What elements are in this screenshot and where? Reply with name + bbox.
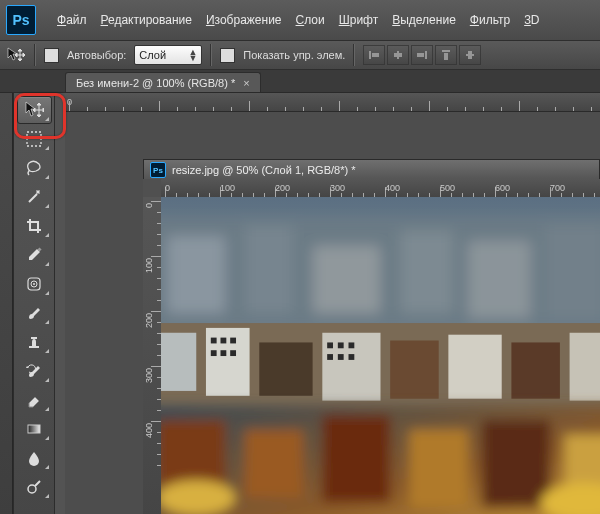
child-title-bar[interactable]: Ps resize.jpg @ 50% (Слой 1, RGB/8*) * (143, 159, 600, 181)
svg-rect-32 (245, 226, 293, 313)
healing-brush-tool[interactable] (17, 270, 52, 298)
child-canvas[interactable] (161, 197, 600, 514)
svg-rect-9 (444, 53, 448, 60)
menu-Слои[interactable]: Слои (289, 10, 332, 30)
ruler-tick-label: 200 (144, 313, 154, 328)
options-bar: Автовыбор: Слой ▲▼ Показать упр. элем. (0, 41, 600, 70)
svg-rect-25 (31, 337, 37, 339)
svg-rect-53 (338, 342, 344, 348)
svg-rect-44 (511, 342, 559, 398)
document-tab[interactable]: Без имени-2 @ 100% (RGB/8) * × (65, 72, 261, 92)
work-area: 0 Ps resize.jpg @ 50% (Слой 1, RGB/8*) *… (65, 93, 600, 514)
dodge-tool[interactable] (17, 473, 52, 501)
layer-dropdown[interactable]: Слой ▲▼ (134, 45, 202, 65)
app-logo-mini: Ps (150, 162, 166, 178)
child-document-window[interactable]: Ps resize.jpg @ 50% (Слой 1, RGB/8*) * 0… (143, 159, 600, 514)
flyout-indicator-icon (45, 320, 49, 324)
svg-rect-61 (322, 415, 390, 502)
child-document-title: resize.jpg @ 50% (Слой 1, RGB/8*) * (172, 164, 355, 176)
child-ruler-vertical[interactable]: 0100200300400 (143, 197, 162, 514)
marquee-tool[interactable] (17, 125, 52, 153)
history-brush-tool[interactable] (17, 357, 52, 385)
ruler-tick-label: 100 (144, 258, 154, 273)
ruler-tick-label: 400 (144, 423, 154, 438)
svg-rect-20 (37, 247, 41, 251)
svg-rect-57 (349, 354, 355, 360)
brush-tool[interactable] (17, 299, 52, 327)
autoselect-label: Автовыбор: (67, 49, 126, 61)
svg-rect-49 (211, 350, 217, 356)
menu-Изображение[interactable]: Изображение (199, 10, 289, 30)
stamp-tool[interactable] (17, 328, 52, 356)
ruler-tick-label: 700 (550, 183, 565, 193)
svg-rect-34 (400, 231, 453, 313)
menu-bar: Ps ФайлРедактированиеИзображениеСлоиШриф… (0, 0, 600, 41)
move-tool-icon (6, 46, 26, 64)
svg-rect-14 (27, 132, 41, 146)
autoselect-checkbox[interactable] (44, 48, 59, 63)
svg-rect-50 (221, 350, 227, 356)
align-button-group (363, 45, 481, 65)
svg-line-18 (37, 191, 40, 194)
ruler-tick-label: 200 (275, 183, 290, 193)
svg-rect-43 (448, 335, 501, 399)
align-top-button[interactable] (435, 45, 457, 65)
menu-Фильтр[interactable]: Фильтр (463, 10, 517, 30)
menu-Выделение[interactable]: Выделение (385, 10, 463, 30)
svg-rect-48 (230, 338, 236, 344)
blur-tool[interactable] (17, 444, 52, 472)
gradient-tool[interactable] (17, 415, 52, 443)
ruler-corner[interactable] (143, 179, 162, 198)
svg-rect-24 (29, 346, 39, 348)
flyout-indicator-icon (45, 117, 49, 121)
svg-rect-55 (327, 354, 333, 360)
align-left-button[interactable] (363, 45, 385, 65)
menu-Редактирование[interactable]: Редактирование (94, 10, 199, 30)
svg-rect-31 (167, 236, 225, 314)
flyout-indicator-icon (45, 146, 49, 150)
align-center-h-button[interactable] (387, 45, 409, 65)
flyout-indicator-icon (45, 378, 49, 382)
document-tab-title: Без имени-2 @ 100% (RGB/8) * (76, 77, 235, 89)
svg-rect-42 (390, 341, 438, 399)
flyout-indicator-icon (45, 233, 49, 237)
magic-wand-tool[interactable] (17, 183, 52, 211)
svg-rect-59 (161, 420, 225, 488)
show-controls-checkbox[interactable] (220, 48, 235, 63)
menu-3D[interactable]: 3D (517, 10, 546, 30)
menu-Шрифт[interactable]: Шрифт (332, 10, 385, 30)
ruler-tick-label: 600 (495, 183, 510, 193)
move-tool[interactable] (17, 96, 52, 124)
svg-line-28 (35, 481, 40, 486)
close-icon[interactable]: × (243, 77, 249, 89)
svg-rect-56 (338, 354, 344, 360)
lasso-tool[interactable] (17, 154, 52, 182)
menu-Файл[interactable]: Файл (50, 10, 94, 30)
ruler-tick-label: 300 (144, 368, 154, 383)
main-area: 0 Ps resize.jpg @ 50% (Слой 1, RGB/8*) *… (0, 93, 600, 514)
crop-tool[interactable] (17, 212, 52, 240)
eyedropper-tool[interactable] (17, 241, 52, 269)
svg-point-22 (31, 281, 37, 287)
eraser-tool[interactable] (17, 386, 52, 414)
flyout-indicator-icon (45, 465, 49, 469)
document-image (161, 197, 600, 514)
svg-rect-26 (28, 425, 40, 433)
separator (210, 44, 212, 66)
svg-rect-11 (468, 51, 472, 59)
separator (353, 44, 355, 66)
align-center-v-button[interactable] (459, 45, 481, 65)
svg-rect-6 (425, 51, 427, 59)
main-ruler-horizontal[interactable]: 0 (65, 93, 600, 112)
dock-strip[interactable] (0, 93, 13, 514)
child-ruler-horizontal[interactable]: 0100200300400500600700800 (161, 179, 600, 198)
flyout-indicator-icon (45, 175, 49, 179)
svg-rect-62 (410, 430, 468, 508)
align-right-button[interactable] (411, 45, 433, 65)
svg-rect-47 (221, 338, 227, 344)
layer-dropdown-value: Слой (139, 49, 166, 61)
svg-point-23 (33, 283, 35, 285)
svg-rect-51 (230, 350, 236, 356)
app-logo: Ps (6, 5, 36, 35)
svg-rect-40 (259, 342, 312, 395)
